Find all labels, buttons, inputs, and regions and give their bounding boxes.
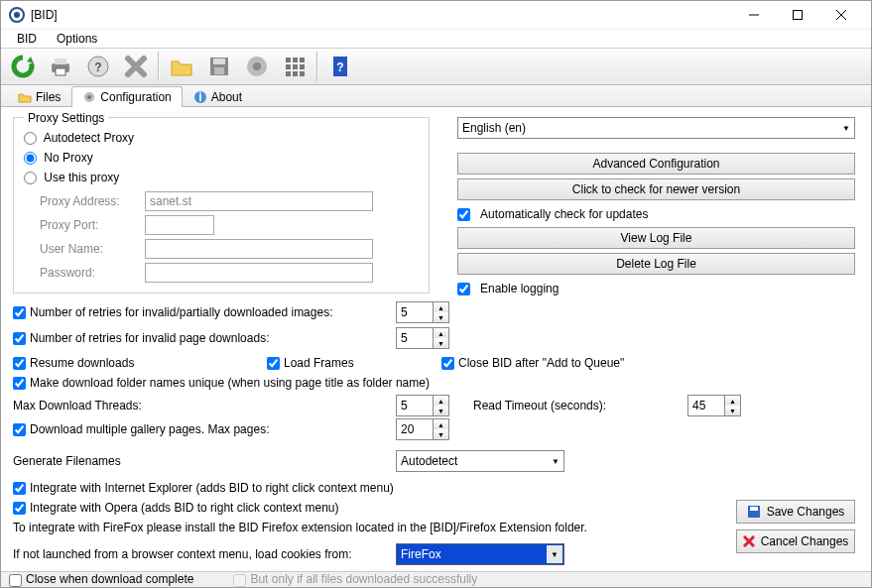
multipages-checkbox[interactable]: Download multiple gallery pages. Max pag… xyxy=(13,422,390,436)
proxy-legend: Proxy Settings xyxy=(24,111,108,125)
proxy-user-label: User Name: xyxy=(40,242,139,256)
cancel-icon xyxy=(743,535,755,547)
printer-icon[interactable] xyxy=(43,49,78,84)
tab-configuration[interactable]: Configuration xyxy=(71,86,182,107)
svg-rect-6 xyxy=(56,68,65,75)
maxthreads-spinner[interactable]: ▲▼ xyxy=(396,395,449,416)
proxy-settings-group: Proxy Settings Autodetect Proxy No Proxy… xyxy=(13,117,430,294)
folder-icon[interactable] xyxy=(164,49,199,84)
menu-options[interactable]: Options xyxy=(47,30,107,48)
view-log-button[interactable]: View Log File xyxy=(457,227,855,249)
proxy-port-label: Proxy Port: xyxy=(40,218,139,232)
svg-rect-14 xyxy=(286,58,291,62)
menu-bid[interactable]: BID xyxy=(7,30,47,48)
enable-logging-checkbox[interactable]: Enable logging xyxy=(457,279,855,298)
svg-rect-30 xyxy=(750,507,758,511)
svg-text:i: i xyxy=(198,90,201,104)
but-only-if-checkbox: But only if all files downloaded success… xyxy=(233,572,477,586)
multipages-spinner[interactable]: ▲▼ xyxy=(396,418,449,440)
retries-page-checkbox[interactable]: Number of retries for invalid page downl… xyxy=(13,331,390,345)
statusbar: Close when download complete But only if… xyxy=(1,571,871,587)
cookies-label: If not launched from a browser context m… xyxy=(13,547,390,561)
folder-small-icon xyxy=(18,90,32,104)
closeafter-checkbox[interactable]: Close BID after "Add to Queue" xyxy=(441,356,624,370)
chevron-down-icon: ▼ xyxy=(552,457,560,466)
svg-rect-22 xyxy=(300,71,305,76)
unique-folder-checkbox[interactable]: Make download folder names unique (when … xyxy=(13,376,430,390)
advanced-config-button[interactable]: Advanced Configuration xyxy=(457,153,855,175)
svg-rect-19 xyxy=(300,64,305,69)
svg-point-13 xyxy=(253,62,261,70)
genfiles-select[interactable]: Autodetect▼ xyxy=(396,450,564,472)
help-icon[interactable]: ? xyxy=(80,49,116,84)
grid-icon[interactable] xyxy=(277,49,312,84)
close-when-complete-checkbox[interactable]: Close when download complete xyxy=(9,572,193,586)
save-icon[interactable] xyxy=(201,49,237,84)
integrate-ie-checkbox[interactable]: Integrate with Internet Explorer (adds B… xyxy=(13,481,394,495)
maxthreads-label: Max Download Threads: xyxy=(13,399,390,412)
retries-page-spinner[interactable]: ▲▼ xyxy=(396,327,449,349)
app-icon xyxy=(9,7,25,23)
check-newer-button[interactable]: Click to check for newer version xyxy=(457,178,855,200)
proxy-pass-label: Password: xyxy=(40,266,139,280)
gear-small-icon xyxy=(82,90,96,104)
loadframes-checkbox[interactable]: Load Frames xyxy=(267,356,436,370)
svg-rect-1 xyxy=(794,11,803,20)
retries-img-checkbox[interactable]: Number of retries for invalid/partially … xyxy=(13,305,390,319)
firefox-note: To integrate with FireFox please install… xyxy=(13,521,587,534)
save-changes-button[interactable]: Save Changes xyxy=(736,500,855,524)
chevron-down-icon: ▼ xyxy=(547,545,562,563)
tab-about-label: About xyxy=(211,90,242,104)
language-select[interactable]: English (en)▼ xyxy=(457,117,855,139)
retries-img-spinner[interactable]: ▲▼ xyxy=(396,301,449,323)
integrate-opera-checkbox[interactable]: Integrate with Opera (adds BID to right … xyxy=(13,501,338,515)
svg-text:?: ? xyxy=(94,60,101,74)
tab-files-label: Files xyxy=(36,90,61,104)
svg-rect-15 xyxy=(293,58,298,62)
radio-noproxy[interactable]: No Proxy xyxy=(24,151,93,165)
svg-rect-5 xyxy=(55,59,66,64)
refresh-icon[interactable] xyxy=(5,49,41,84)
delete-icon[interactable] xyxy=(118,49,154,84)
window-title: [BID] xyxy=(31,8,732,22)
cookies-select[interactable]: FireFox▼ xyxy=(396,543,564,565)
minimize-button[interactable] xyxy=(732,1,776,29)
readtimeout-spinner[interactable]: ▲▼ xyxy=(687,395,741,416)
info-small-icon: i xyxy=(193,90,207,104)
gear-icon[interactable] xyxy=(239,49,275,84)
close-button[interactable] xyxy=(819,1,863,29)
radio-autodetect[interactable]: Autodetect Proxy xyxy=(24,131,134,145)
svg-rect-16 xyxy=(300,58,305,62)
delete-log-button[interactable]: Delete Log File xyxy=(457,253,855,275)
save-icon xyxy=(747,505,761,519)
svg-rect-18 xyxy=(293,64,298,69)
svg-rect-20 xyxy=(286,71,291,76)
svg-rect-10 xyxy=(213,59,225,64)
radio-usethis[interactable]: Use this proxy xyxy=(24,171,119,184)
tab-configuration-label: Configuration xyxy=(100,90,171,104)
info-icon[interactable]: ? xyxy=(322,49,358,84)
tab-files[interactable]: Files xyxy=(7,86,71,107)
menubar: BID Options xyxy=(1,30,871,48)
chevron-down-icon: ▼ xyxy=(842,124,850,133)
svg-rect-21 xyxy=(293,71,298,76)
maximize-button[interactable] xyxy=(776,1,819,29)
readtimeout-label: Read Timeout (seconds): xyxy=(473,399,682,412)
svg-point-26 xyxy=(87,95,91,99)
svg-text:?: ? xyxy=(336,60,343,74)
svg-rect-11 xyxy=(214,67,224,74)
proxy-user-input[interactable] xyxy=(145,239,373,259)
language-value: English (en) xyxy=(462,121,526,135)
autocheck-checkbox[interactable]: Automatically check for updates xyxy=(457,204,855,224)
tabstrip: Files Configuration i About xyxy=(1,85,871,107)
proxy-pass-input[interactable] xyxy=(145,263,373,283)
tab-about[interactable]: i About xyxy=(183,86,253,107)
proxy-address-input[interactable] xyxy=(145,191,373,211)
svg-rect-17 xyxy=(286,64,291,69)
resume-checkbox[interactable]: Resume downloads xyxy=(13,356,261,370)
cancel-changes-button[interactable]: Cancel Changes xyxy=(736,529,855,553)
toolbar: ? ? xyxy=(1,48,871,85)
genfiles-label: Generate Filenames xyxy=(13,454,390,468)
proxy-address-label: Proxy Address: xyxy=(40,194,139,208)
proxy-port-input[interactable] xyxy=(145,215,214,235)
